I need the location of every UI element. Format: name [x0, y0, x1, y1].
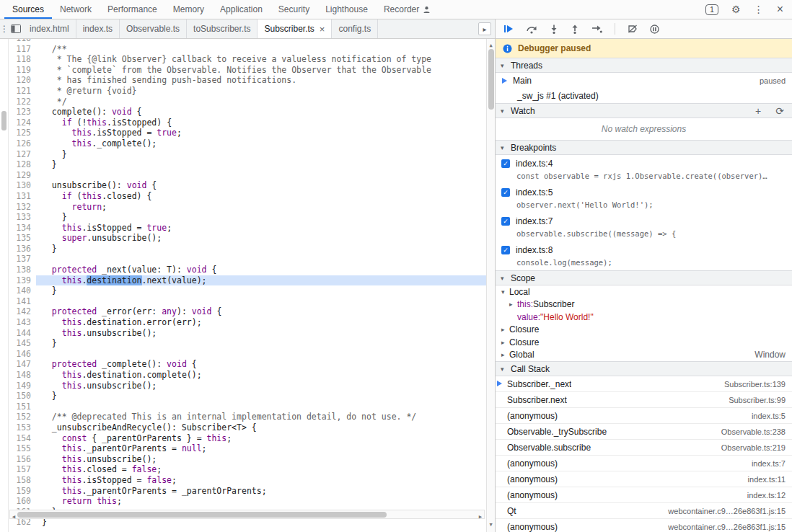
line-content[interactable]: }: [36, 212, 495, 223]
more-tabs-button[interactable]: ▸: [478, 22, 491, 35]
scope-row[interactable]: ▸this: Subscriber: [496, 298, 792, 311]
line-number[interactable]: 130: [9, 180, 36, 191]
line-number[interactable]: 151: [9, 402, 36, 412]
line-number[interactable]: 155: [9, 443, 36, 454]
scope-row[interactable]: ▾Local: [496, 285, 792, 298]
breakpoint-item[interactable]: ✓index.ts:5observer.next('Hello World!')…: [496, 184, 792, 213]
call-stack-frame[interactable]: Qtwebcontainer.c9…26e863f1.js:15: [496, 503, 792, 519]
frame-location[interactable]: webcontainer.c9…26e863f1.js:15: [661, 507, 786, 515]
line-number[interactable]: 135: [9, 233, 36, 244]
line-content[interactable]: this.unsubscribe();: [36, 381, 495, 391]
line-number[interactable]: 129: [9, 170, 36, 181]
line-content[interactable]: * @return {void}: [36, 86, 495, 97]
frame-location[interactable]: index.ts:12: [740, 491, 786, 500]
resume-script-button[interactable]: [503, 25, 514, 33]
line-content[interactable]: return this;: [36, 496, 495, 507]
line-content[interactable]: this._parentOrParents = null;: [36, 443, 495, 454]
add-watch-icon[interactable]: +: [755, 106, 761, 116]
line-content[interactable]: unsubscribe(): void {: [36, 180, 495, 191]
line-content[interactable]: [36, 254, 495, 265]
frame-location[interactable]: index.ts:5: [744, 412, 786, 420]
line-number[interactable]: 133: [9, 212, 36, 223]
call-stack-frame[interactable]: Observable.subscribeObservable.ts:219: [496, 440, 792, 456]
line-number[interactable]: 131: [9, 191, 36, 202]
thread-row[interactable]: Mainpaused: [496, 73, 792, 89]
expand-triangle-icon[interactable]: ▸: [501, 326, 509, 333]
line-content[interactable]: this.isStopped = true;: [36, 128, 495, 138]
breakpoint-item[interactable]: ✓index.ts:7observable.subscribe((message…: [496, 213, 792, 241]
line-content[interactable]: /** @deprecated This is an internal impl…: [36, 412, 495, 422]
line-content[interactable]: protected _error(err: any): void {: [36, 306, 495, 317]
frame-location[interactable]: Subscriber.ts:139: [717, 380, 786, 389]
file-tab-index.ts[interactable]: index.ts: [76, 19, 120, 38]
breakpoint-checkbox[interactable]: ✓: [501, 188, 510, 197]
threads-section-header[interactable]: ▾ Threads: [496, 58, 792, 73]
line-number[interactable]: 158: [9, 475, 36, 486]
call-stack-frame[interactable]: (anonymous)index.ts:12: [496, 487, 792, 503]
line-content[interactable]: */: [36, 97, 495, 107]
line-number[interactable]: 123: [9, 107, 36, 118]
line-content[interactable]: * `complete` from the Observable. Notifi…: [36, 65, 495, 76]
line-number[interactable]: 126: [9, 138, 36, 149]
line-content[interactable]: }: [36, 285, 495, 296]
panel-tab-performance[interactable]: Performance: [100, 0, 165, 19]
line-number[interactable]: 122: [9, 97, 36, 107]
line-number[interactable]: 146: [9, 349, 36, 360]
scope-section-header[interactable]: ▾ Scope: [496, 270, 792, 285]
toggle-navigator-icon[interactable]: [9, 19, 23, 38]
horizontal-scrollbar[interactable]: ◀ ▶: [9, 510, 485, 519]
line-number[interactable]: 120: [9, 75, 36, 86]
line-content[interactable]: * has finished sending push-based notifi…: [36, 75, 495, 86]
panel-tab-sources[interactable]: Sources: [4, 0, 52, 19]
call-stack-frame[interactable]: (anonymous)index.ts:11: [496, 471, 792, 487]
line-number[interactable]: 145: [9, 338, 36, 349]
line-number[interactable]: 156: [9, 454, 36, 465]
breakpoint-checkbox[interactable]: ✓: [501, 246, 510, 254]
line-number[interactable]: 142: [9, 306, 36, 317]
line-content[interactable]: _unsubscribeAndRecycle(): Subscriber<T> …: [36, 422, 495, 433]
more-actions-icon[interactable]: ⋮: [0, 19, 9, 38]
pause-on-exceptions-button[interactable]: [650, 25, 659, 34]
vertical-scrollbar[interactable]: ▲ ▼: [486, 39, 495, 532]
expand-triangle-icon[interactable]: ▸: [501, 351, 509, 358]
line-content[interactable]: [36, 296, 495, 307]
line-number[interactable]: 159: [9, 486, 36, 497]
scope-row[interactable]: ▸GlobalWindow: [496, 349, 792, 362]
line-number[interactable]: 140: [9, 285, 36, 296]
scroll-down-icon[interactable]: ▼: [487, 520, 495, 531]
line-number[interactable]: 147: [9, 359, 36, 370]
line-content[interactable]: [36, 170, 495, 181]
file-tab-index.html[interactable]: index.html: [23, 19, 76, 38]
line-number[interactable]: 144: [9, 328, 36, 339]
line-number[interactable]: 119: [9, 65, 36, 76]
line-number[interactable]: 160: [9, 496, 36, 507]
line-content[interactable]: this.destination.next(value);: [36, 275, 495, 286]
step-out-button[interactable]: [571, 25, 579, 34]
panel-tab-application[interactable]: Application: [212, 0, 270, 19]
line-content[interactable]: this.isStopped = false;: [36, 475, 495, 486]
line-number[interactable]: 134: [9, 223, 36, 234]
breakpoint-item[interactable]: ✓index.ts:8console.log(message);: [496, 241, 792, 270]
scope-row[interactable]: ▸Closure: [496, 336, 792, 349]
line-content[interactable]: const { _parentOrParents } = this;: [36, 433, 495, 444]
settings-gear-icon[interactable]: ⚙: [731, 4, 741, 14]
line-content[interactable]: protected _next(value: T): void {: [36, 265, 495, 275]
line-number[interactable]: 153: [9, 422, 36, 433]
line-content[interactable]: this.unsubscribe();: [36, 328, 495, 339]
line-content[interactable]: }: [36, 338, 495, 349]
panel-tab-recorder[interactable]: Recorder: [376, 0, 439, 19]
line-number[interactable]: 137: [9, 254, 36, 265]
line-number[interactable]: 136: [9, 244, 36, 254]
call-stack-frame[interactable]: (anonymous)index.ts:5: [496, 408, 792, 424]
line-number[interactable]: 118: [9, 54, 36, 65]
scroll-right-icon[interactable]: ▶: [479, 512, 482, 523]
file-tab-tosubscriber.ts[interactable]: toSubscriber.ts: [187, 19, 258, 38]
panel-tab-memory[interactable]: Memory: [165, 0, 212, 19]
line-content[interactable]: this.destination.error(err);: [36, 317, 495, 328]
line-number[interactable]: 157: [9, 464, 36, 475]
vertical-scroll-thumb[interactable]: [488, 49, 494, 110]
scope-row[interactable]: value: "Hello World!": [496, 311, 792, 324]
left-scroll-thumb[interactable]: [1, 111, 6, 130]
breakpoint-checkbox[interactable]: ✓: [501, 159, 510, 168]
line-number[interactable]: 132: [9, 202, 36, 213]
